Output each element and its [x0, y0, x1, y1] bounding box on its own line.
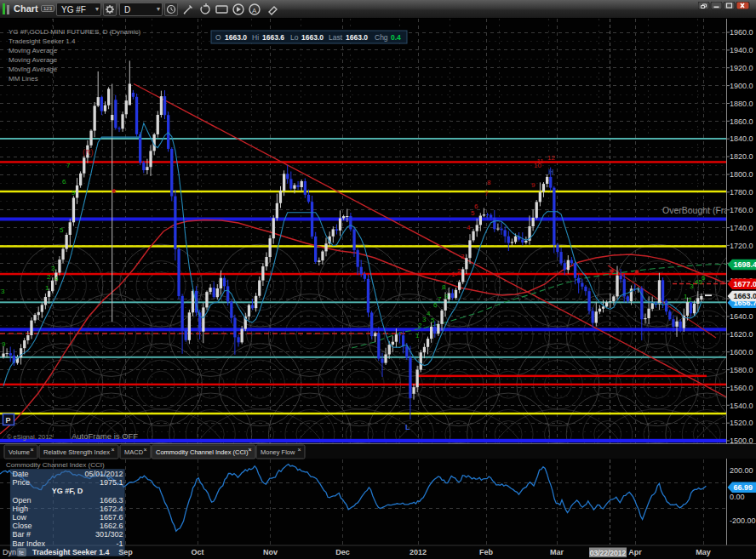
- svg-text:3: 3: [51, 265, 55, 272]
- svg-text:Open: Open: [13, 496, 32, 505]
- svg-text:(R): (R): [83, 148, 94, 157]
- svg-text:✱: ✱: [634, 269, 639, 275]
- svg-text:6: 6: [702, 274, 706, 282]
- svg-text:1860.0: 1860.0: [730, 117, 753, 126]
- svg-text:AutoFrame is OFF: AutoFrame is OFF: [72, 431, 138, 441]
- svg-text:Close: Close: [13, 522, 32, 530]
- svg-text:A: A: [252, 7, 257, 14]
- svg-text:03/22/2012: 03/22/2012: [590, 549, 627, 557]
- svg-text:Chg: Chg: [375, 33, 388, 42]
- svg-text:Apr: Apr: [628, 548, 642, 556]
- svg-text:Commodity Channel Index (CCI): Commodity Channel Index (CCI): [156, 448, 249, 456]
- svg-text:1760.0: 1760.0: [730, 206, 753, 214]
- svg-text:8: 8: [487, 179, 491, 186]
- svg-text:1663.0: 1663.0: [225, 33, 247, 42]
- svg-text:1657.6: 1657.6: [100, 513, 123, 522]
- svg-text:1780.0: 1780.0: [730, 188, 753, 197]
- svg-text:Price: Price: [13, 478, 31, 487]
- svg-text:Volume: Volume: [9, 448, 30, 456]
- svg-text:Date: Date: [13, 470, 29, 478]
- svg-text:1720.0: 1720.0: [730, 242, 753, 250]
- svg-text:H: H: [548, 168, 554, 176]
- svg-text:1600.0: 1600.0: [730, 348, 753, 357]
- svg-text:1880.0: 1880.0: [730, 100, 753, 108]
- svg-text:Relative Strength Index: Relative Strength Index: [43, 448, 110, 456]
- svg-text:3: 3: [461, 253, 465, 260]
- svg-text:66.99: 66.99: [734, 483, 753, 492]
- svg-text:1663.0: 1663.0: [734, 292, 756, 300]
- svg-text:×: ×: [112, 447, 115, 453]
- svg-text:MM Lines: MM Lines: [9, 75, 38, 83]
- svg-text:Moving Average: Moving Average: [9, 47, 58, 54]
- svg-text:Feb: Feb: [479, 548, 494, 556]
- svg-text:Nov: Nov: [263, 548, 278, 556]
- svg-text:9: 9: [2, 340, 6, 348]
- svg-text:✱: ✱: [610, 268, 615, 274]
- svg-text:Moving Average: Moving Average: [9, 66, 58, 73]
- svg-text:5: 5: [431, 317, 435, 324]
- svg-text:1840.0: 1840.0: [730, 134, 753, 143]
- svg-text:1: 1: [45, 284, 49, 292]
- svg-text:© eSignal, 2012: © eSignal, 2012: [7, 433, 52, 441]
- svg-text:200.00: 200.00: [730, 466, 753, 475]
- svg-text:1940.0: 1940.0: [730, 46, 753, 54]
- svg-text:1975.1: 1975.1: [100, 478, 123, 487]
- svg-text:1662.6: 1662.6: [100, 522, 123, 530]
- svg-text:0.00: 0.00: [730, 493, 745, 501]
- svg-text:1663.0: 1663.0: [301, 33, 324, 42]
- svg-text:Commodity Channel Index (CCI): Commodity Channel Index (CCI): [6, 461, 105, 469]
- svg-text:10: 10: [534, 162, 541, 169]
- svg-text:3: 3: [1, 288, 5, 295]
- svg-text:0.4: 0.4: [391, 33, 401, 42]
- svg-text:1620.0: 1620.0: [730, 330, 753, 339]
- svg-text:Hi: Hi: [252, 33, 259, 42]
- svg-text:Bar Index: Bar Index: [13, 539, 46, 548]
- svg-text:Bar #: Bar #: [13, 530, 32, 539]
- svg-text:1800.0: 1800.0: [730, 170, 753, 179]
- svg-text:1540.0: 1540.0: [730, 402, 753, 410]
- svg-text:1960.0: 1960.0: [730, 28, 753, 37]
- svg-text:1500.0: 1500.0: [730, 436, 753, 445]
- svg-text:Tradesight Seeker 1.4: Tradesight Seeker 1.4: [9, 37, 76, 45]
- svg-text:1520.0: 1520.0: [730, 419, 753, 427]
- svg-text:1820.0: 1820.0: [730, 152, 753, 161]
- svg-text:Money Flow: Money Flow: [261, 448, 295, 456]
- svg-text:Dyn: Dyn: [3, 548, 16, 556]
- svg-text:YG #F, D: YG #F, D: [52, 487, 83, 495]
- svg-text:1: 1: [415, 332, 420, 339]
- svg-text:1663.6: 1663.6: [262, 33, 284, 42]
- svg-text:2012: 2012: [410, 548, 427, 556]
- svg-text:1698.4: 1698.4: [734, 260, 756, 269]
- svg-text:301/302: 301/302: [95, 530, 123, 539]
- svg-text:1740.0: 1740.0: [730, 224, 753, 232]
- svg-text:L: L: [405, 423, 410, 431]
- svg-text:4: 4: [54, 275, 59, 282]
- svg-text:Moving Average: Moving Average: [9, 56, 58, 64]
- svg-text:✱: ✱: [112, 188, 117, 194]
- svg-text:12: 12: [547, 154, 555, 162]
- svg-text:5: 5: [471, 209, 475, 217]
- svg-text:9: 9: [72, 189, 76, 197]
- svg-text:Sep: Sep: [118, 548, 133, 556]
- svg-text:1560.0: 1560.0: [730, 384, 753, 392]
- svg-text:Low: Low: [13, 513, 27, 522]
- svg-text:5: 5: [60, 226, 64, 234]
- svg-text:1920.0: 1920.0: [730, 64, 753, 72]
- svg-text:1580.0: 1580.0: [730, 366, 753, 374]
- svg-text:4: 4: [467, 224, 471, 231]
- svg-text:1666.3: 1666.3: [100, 496, 123, 505]
- svg-text:fe: fe: [19, 550, 24, 556]
- svg-text:7: 7: [66, 162, 71, 169]
- svg-text:MACD: MACD: [124, 448, 144, 456]
- svg-text:Dec: Dec: [335, 548, 350, 556]
- svg-text:Oct: Oct: [191, 548, 203, 556]
- svg-text:9: 9: [531, 181, 536, 189]
- svg-text:O: O: [215, 33, 221, 42]
- svg-text:Mar: Mar: [550, 548, 564, 556]
- svg-text:Last: Last: [329, 33, 343, 42]
- svg-text:1663.0: 1663.0: [346, 33, 368, 42]
- svg-text:-1: -1: [116, 539, 123, 548]
- svg-text:1900.0: 1900.0: [730, 82, 753, 90]
- svg-text:P: P: [6, 416, 11, 425]
- svg-text:YG #F,GOLD MINI FUTURES, D (Dy: YG #F,GOLD MINI FUTURES, D (Dynamic): [9, 28, 140, 36]
